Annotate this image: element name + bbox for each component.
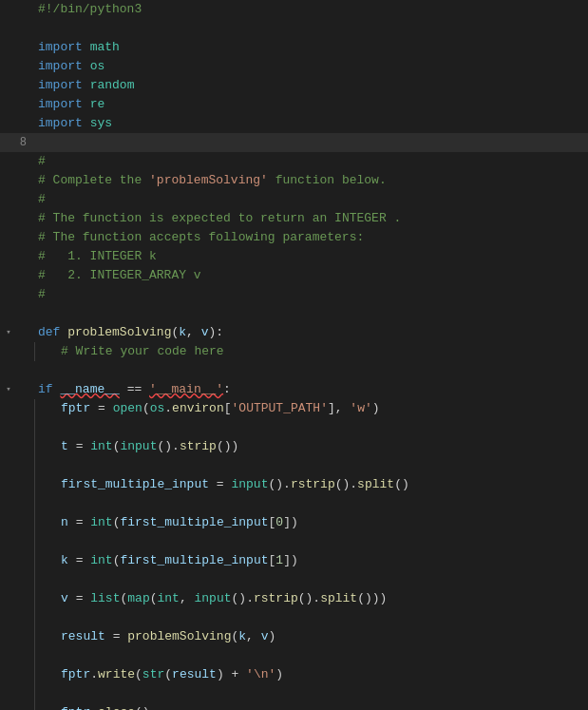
line-comment-6: # 1. INTEGER k: [0, 247, 588, 266]
line-blank-10: [0, 646, 588, 665]
line-def-body: # Write your code here: [0, 342, 588, 361]
line-fptr-write: fptr.write(str(result) + '\n'): [0, 665, 588, 684]
line-def: ▾ def problemSolving(k, v):: [0, 323, 588, 342]
fold-arrow-def[interactable]: ▾: [2, 323, 15, 342]
line-n: n = int(first_multiple_input[0]): [0, 513, 588, 532]
fold-arrow-if[interactable]: ▾: [2, 380, 15, 399]
line-comment-4: # The function is expected to return an …: [0, 209, 588, 228]
line-blank-4: [0, 418, 588, 437]
line-first-multiple-input: first_multiple_input = input().rstrip().…: [0, 475, 588, 494]
line-v: v = list(map(int, input().rstrip().split…: [0, 589, 588, 608]
code-editor[interactable]: #!/bin/python3 import math import os imp…: [0, 0, 588, 710]
line-blank-9: [0, 608, 588, 627]
line-blank-6: [0, 494, 588, 513]
line-blank-7: [0, 532, 588, 551]
line-8-highlight: 8: [0, 133, 588, 152]
line-import-sys: import sys: [0, 114, 588, 133]
line-import-math: import math: [0, 38, 588, 57]
line-result: result = problemSolving(k, v): [0, 627, 588, 646]
line-comment-1: #: [0, 152, 588, 171]
line-shebang: #!/bin/python3: [0, 0, 588, 19]
line-import-re: import re: [0, 95, 588, 114]
line-import-os: import os: [0, 57, 588, 76]
line-comment-7: # 2. INTEGER_ARRAY v: [0, 266, 588, 285]
line-comment-2: # Complete the 'problemSolving' function…: [0, 171, 588, 190]
line-comment-5: # The function accepts following paramet…: [0, 228, 588, 247]
line-import-random: import random: [0, 76, 588, 95]
line-fptr-close: fptr.close(): [0, 703, 588, 710]
line-fptr-open: fptr = open(os.environ['OUTPUT_PATH'], '…: [0, 399, 588, 418]
line-t: t = int(input().strip()): [0, 437, 588, 456]
line-blank-2: [0, 304, 588, 323]
line-blank-11: [0, 684, 588, 703]
line-blank-5: [0, 456, 588, 475]
line-comment-3: #: [0, 190, 588, 209]
line-blank-3: [0, 361, 588, 380]
line-blank-1: [0, 19, 588, 38]
line-if-main: ▾ if __name__ == '__main__':: [0, 380, 588, 399]
line-blank-8: [0, 570, 588, 589]
line-k: k = int(first_multiple_input[1]): [0, 551, 588, 570]
line-comment-8: #: [0, 285, 588, 304]
